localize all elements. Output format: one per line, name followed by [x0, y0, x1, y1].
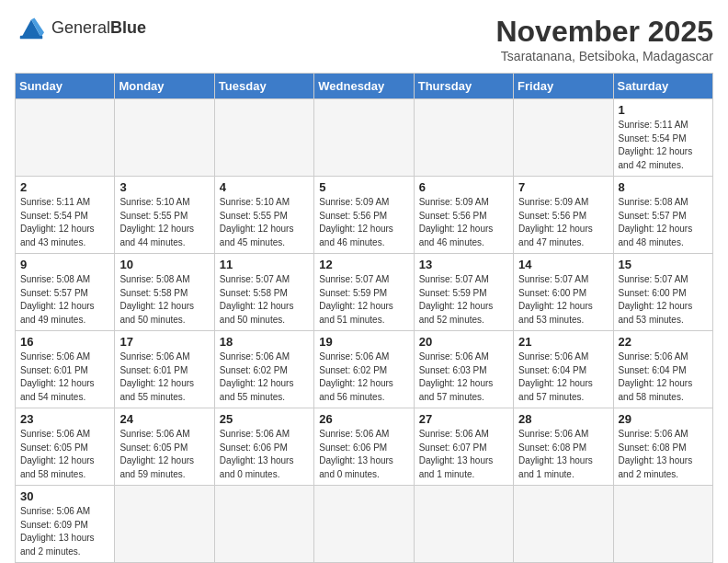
generalblue-logo-icon [15, 15, 48, 40]
calendar-day-cell [613, 486, 712, 563]
logo: GeneralBlue [15, 15, 146, 40]
day-number: 8 [619, 180, 708, 194]
day-number: 25 [220, 412, 309, 426]
day-info: Sunrise: 5:07 AM Sunset: 5:59 PM Dayligh… [419, 273, 508, 327]
day-number: 7 [518, 180, 608, 194]
day-number: 24 [119, 412, 209, 426]
calendar-day-header: Saturday [613, 74, 712, 99]
calendar-day-cell: 8Sunrise: 5:08 AM Sunset: 5:57 PM Daylig… [613, 177, 712, 254]
day-number: 27 [419, 412, 508, 426]
day-info: Sunrise: 5:06 AM Sunset: 6:08 PM Dayligh… [518, 428, 608, 481]
day-number: 23 [20, 412, 109, 426]
day-info: Sunrise: 5:07 AM Sunset: 5:58 PM Dayligh… [220, 273, 309, 327]
calendar-day-cell: 16Sunrise: 5:06 AM Sunset: 6:01 PM Dayli… [16, 331, 115, 408]
calendar-day-cell: 29Sunrise: 5:06 AM Sunset: 6:08 PM Dayli… [613, 408, 712, 486]
calendar-day-cell [115, 486, 214, 563]
calendar-day-header: Wednesday [314, 74, 414, 99]
day-info: Sunrise: 5:11 AM Sunset: 5:54 PM Dayligh… [20, 196, 109, 249]
calendar-day-cell: 14Sunrise: 5:07 AM Sunset: 6:00 PM Dayli… [514, 254, 613, 331]
calendar-day-cell: 21Sunrise: 5:06 AM Sunset: 6:04 PM Dayli… [514, 331, 613, 408]
calendar-day-cell [314, 99, 414, 177]
calendar-day-cell [16, 99, 115, 177]
calendar-day-cell [214, 486, 313, 563]
calendar-day-cell: 15Sunrise: 5:07 AM Sunset: 6:00 PM Dayli… [613, 254, 712, 331]
calendar-day-cell: 26Sunrise: 5:06 AM Sunset: 6:06 PM Dayli… [314, 408, 414, 486]
calendar-day-cell: 20Sunrise: 5:06 AM Sunset: 6:03 PM Dayli… [414, 331, 513, 408]
day-number: 21 [518, 335, 608, 349]
calendar-day-cell: 19Sunrise: 5:06 AM Sunset: 6:02 PM Dayli… [314, 331, 414, 408]
calendar-day-cell: 5Sunrise: 5:09 AM Sunset: 5:56 PM Daylig… [314, 177, 414, 254]
calendar-week-row: 23Sunrise: 5:06 AM Sunset: 6:05 PM Dayli… [16, 408, 713, 486]
day-number: 12 [319, 258, 408, 271]
calendar-day-header: Sunday [16, 74, 115, 99]
calendar-week-row: 30Sunrise: 5:06 AM Sunset: 6:09 PM Dayli… [16, 486, 713, 563]
day-number: 4 [220, 180, 309, 194]
location: Tsaratanana, Betsiboka, Madagascar [495, 49, 713, 63]
calendar-day-cell: 12Sunrise: 5:07 AM Sunset: 5:59 PM Dayli… [314, 254, 414, 331]
day-info: Sunrise: 5:06 AM Sunset: 6:05 PM Dayligh… [119, 428, 209, 481]
day-number: 5 [319, 180, 408, 194]
calendar-day-cell: 27Sunrise: 5:06 AM Sunset: 6:07 PM Dayli… [414, 408, 513, 486]
calendar-week-row: 9Sunrise: 5:08 AM Sunset: 5:57 PM Daylig… [16, 254, 713, 331]
day-number: 6 [419, 180, 508, 194]
day-number: 26 [319, 412, 408, 426]
day-info: Sunrise: 5:08 AM Sunset: 5:58 PM Dayligh… [119, 273, 209, 327]
logo-text: GeneralBlue [51, 18, 146, 38]
day-number: 2 [20, 180, 109, 194]
calendar-header-row: SundayMondayTuesdayWednesdayThursdayFrid… [16, 74, 713, 99]
calendar-day-cell [514, 486, 613, 563]
day-info: Sunrise: 5:06 AM Sunset: 6:06 PM Dayligh… [319, 428, 408, 481]
day-number: 19 [319, 335, 408, 349]
day-info: Sunrise: 5:06 AM Sunset: 6:07 PM Dayligh… [419, 428, 508, 481]
day-number: 18 [220, 335, 309, 349]
day-number: 9 [20, 258, 109, 271]
calendar-day-cell: 23Sunrise: 5:06 AM Sunset: 6:05 PM Dayli… [16, 408, 115, 486]
month-title: November 2025 [495, 15, 713, 49]
calendar-day-cell [314, 486, 414, 563]
day-number: 29 [619, 412, 708, 426]
calendar-day-cell: 24Sunrise: 5:06 AM Sunset: 6:05 PM Dayli… [115, 408, 214, 486]
day-number: 22 [619, 335, 708, 349]
calendar-day-header: Tuesday [214, 74, 313, 99]
day-info: Sunrise: 5:09 AM Sunset: 5:56 PM Dayligh… [518, 196, 608, 249]
day-info: Sunrise: 5:06 AM Sunset: 6:05 PM Dayligh… [20, 428, 109, 481]
calendar-day-cell: 22Sunrise: 5:06 AM Sunset: 6:04 PM Dayli… [613, 331, 712, 408]
calendar-week-row: 1Sunrise: 5:11 AM Sunset: 5:54 PM Daylig… [16, 99, 713, 177]
calendar-day-cell: 17Sunrise: 5:06 AM Sunset: 6:01 PM Dayli… [115, 331, 214, 408]
calendar-day-cell [414, 486, 513, 563]
day-info: Sunrise: 5:10 AM Sunset: 5:55 PM Dayligh… [119, 196, 209, 249]
calendar-day-cell: 3Sunrise: 5:10 AM Sunset: 5:55 PM Daylig… [115, 177, 214, 254]
day-info: Sunrise: 5:06 AM Sunset: 6:09 PM Dayligh… [20, 505, 109, 558]
day-info: Sunrise: 5:06 AM Sunset: 6:02 PM Dayligh… [319, 350, 408, 404]
day-number: 28 [518, 412, 608, 426]
day-info: Sunrise: 5:09 AM Sunset: 5:56 PM Dayligh… [419, 196, 508, 249]
calendar-day-cell [214, 99, 313, 177]
calendar-table: SundayMondayTuesdayWednesdayThursdayFrid… [15, 73, 713, 563]
day-info: Sunrise: 5:06 AM Sunset: 6:03 PM Dayligh… [419, 350, 508, 404]
day-info: Sunrise: 5:06 AM Sunset: 6:08 PM Dayligh… [619, 428, 708, 481]
calendar-day-cell: 25Sunrise: 5:06 AM Sunset: 6:06 PM Dayli… [214, 408, 313, 486]
day-info: Sunrise: 5:08 AM Sunset: 5:57 PM Dayligh… [20, 273, 109, 327]
calendar-day-header: Thursday [414, 74, 513, 99]
calendar-week-row: 2Sunrise: 5:11 AM Sunset: 5:54 PM Daylig… [16, 177, 713, 254]
day-number: 11 [220, 258, 309, 271]
day-info: Sunrise: 5:06 AM Sunset: 6:01 PM Dayligh… [20, 350, 109, 404]
day-info: Sunrise: 5:06 AM Sunset: 6:01 PM Dayligh… [119, 350, 209, 404]
day-info: Sunrise: 5:08 AM Sunset: 5:57 PM Dayligh… [619, 196, 708, 249]
day-number: 14 [518, 258, 608, 271]
calendar-day-cell: 18Sunrise: 5:06 AM Sunset: 6:02 PM Dayli… [214, 331, 313, 408]
day-number: 16 [20, 335, 109, 349]
calendar-day-header: Monday [115, 74, 214, 99]
calendar-day-cell: 7Sunrise: 5:09 AM Sunset: 5:56 PM Daylig… [514, 177, 613, 254]
day-number: 15 [619, 258, 708, 271]
day-info: Sunrise: 5:06 AM Sunset: 6:04 PM Dayligh… [518, 350, 608, 404]
calendar-day-cell: 30Sunrise: 5:06 AM Sunset: 6:09 PM Dayli… [16, 486, 115, 563]
calendar-day-cell: 10Sunrise: 5:08 AM Sunset: 5:58 PM Dayli… [115, 254, 214, 331]
day-number: 17 [119, 335, 209, 349]
day-info: Sunrise: 5:06 AM Sunset: 6:04 PM Dayligh… [619, 350, 708, 404]
day-info: Sunrise: 5:07 AM Sunset: 6:00 PM Dayligh… [518, 273, 608, 327]
calendar-day-cell [115, 99, 214, 177]
calendar-day-cell: 9Sunrise: 5:08 AM Sunset: 5:57 PM Daylig… [16, 254, 115, 331]
svg-rect-2 [20, 36, 43, 40]
day-number: 1 [619, 103, 708, 117]
